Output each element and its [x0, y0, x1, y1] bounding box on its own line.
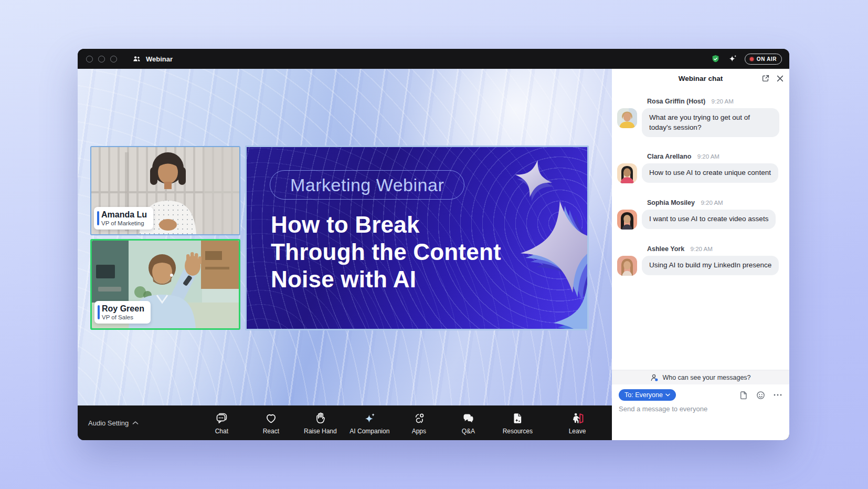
avatar-ashlee: [617, 256, 637, 276]
titlebar: Webinar ON AIR: [78, 49, 789, 69]
message-time: 9:20 AM: [712, 98, 734, 105]
message-time: 9:20 AM: [701, 200, 723, 206]
privacy-note-bar[interactable]: Who can see your messages?: [612, 370, 789, 384]
message-time: 9:20 AM: [691, 246, 713, 252]
close-icon: [776, 75, 784, 82]
window-minimize-button[interactable]: [98, 56, 105, 63]
composer-spacer: [612, 413, 789, 440]
qa-button[interactable]: Q&A: [447, 411, 489, 435]
more-icon: [774, 394, 782, 396]
recipient-label: To: Everyone: [624, 391, 663, 399]
speaker-name: Roy Green: [102, 304, 144, 314]
on-air-dot: [750, 57, 754, 61]
ai-companion-button[interactable]: AI Companion: [348, 411, 390, 435]
popout-icon: [761, 74, 770, 82]
resources-button[interactable]: Resources: [496, 411, 538, 435]
slide-title-line: How to Break: [271, 211, 501, 238]
recipient-selector[interactable]: To: Everyone: [619, 389, 676, 401]
window-zoom-button[interactable]: [110, 56, 117, 63]
audio-setting-label: Audio Setting: [88, 419, 129, 427]
chat-message-input[interactable]: [619, 405, 776, 413]
leave-button[interactable]: Leave: [556, 411, 598, 435]
toolbar-label: Chat: [215, 428, 228, 435]
attach-file-button[interactable]: [739, 391, 748, 400]
toolbar-label: Apps: [412, 428, 426, 435]
file-icon: [739, 391, 748, 400]
raise-hand-button[interactable]: Raise Hand: [299, 411, 341, 435]
leave-door-icon: [570, 411, 585, 425]
nametag-roy: Roy Green VP of Sales: [94, 301, 151, 324]
shield-check-icon[interactable]: [711, 54, 721, 64]
window-close-button[interactable]: [86, 56, 93, 63]
app-title: Webinar: [146, 55, 173, 63]
nametag-amanda: Amanda Lu VP of Marketing: [94, 207, 153, 230]
slide-badge: Marketing Webinar: [270, 170, 464, 200]
privacy-note-text: Who can see your messages?: [662, 374, 750, 381]
speaker-title: VP of Marketing: [101, 220, 147, 226]
emoji-button[interactable]: [756, 391, 765, 400]
video-tile-amanda[interactable]: Amanda Lu VP of Marketing: [90, 146, 240, 235]
privacy-person-icon: [650, 373, 659, 382]
chat-message: Clara Arellano 9:20 AM How to use AI to …: [617, 151, 784, 183]
more-options-button[interactable]: [774, 394, 782, 396]
chat-footer: Who can see your messages? To: Everyone: [612, 370, 789, 440]
slide-title: How to Break Through the Content Noise w…: [271, 211, 501, 293]
message-sender: Clara Arellano: [647, 153, 691, 160]
chevron-down-icon: [665, 393, 670, 397]
toolbar-label: Raise Hand: [304, 428, 337, 435]
webinar-chat-panel: Webinar chat: [612, 69, 789, 440]
on-air-badge: ON AIR: [745, 54, 782, 65]
slide-badge-label: Marketing Webinar: [290, 175, 444, 195]
webinar-window: Webinar ON AIR: [78, 49, 789, 440]
avatar-sophia: [617, 210, 637, 230]
message-bubble: How to use AI to create unique content: [642, 163, 778, 183]
apps-button[interactable]: Apps: [398, 411, 440, 435]
message-sender: Ashlee York: [647, 245, 684, 253]
slide-title-line: Noise with AI: [271, 266, 501, 293]
close-chat-button[interactable]: [776, 75, 784, 82]
apps-icon: [412, 411, 426, 425]
react-button[interactable]: React: [250, 411, 292, 435]
chat-button[interactable]: Chat: [200, 411, 242, 435]
chevron-up-icon: [132, 421, 139, 425]
heart-icon: [264, 411, 278, 425]
on-air-label: ON AIR: [757, 56, 777, 62]
chat-message: Rosa Griffin (Host) 9:20 AM What are you…: [617, 96, 784, 137]
ai-sparkle-icon: [363, 411, 377, 425]
avatar-rosa: [617, 108, 637, 128]
chat-message-list[interactable]: Rosa Griffin (Host) 9:20 AM What are you…: [612, 88, 789, 370]
app-title-group: Webinar: [132, 54, 173, 64]
resources-doc-icon: [511, 411, 525, 425]
toolbar-label: Q&A: [462, 428, 475, 435]
chat-bubble-icon: [215, 411, 229, 425]
qa-bubbles-icon: [461, 411, 475, 425]
raised-hand-icon: [313, 411, 327, 425]
slide-title-line: Through the Content: [271, 238, 501, 266]
video-tile-roy-active-speaker[interactable]: Roy Green VP of Sales: [90, 239, 240, 330]
audio-setting-button[interactable]: Audio Setting: [88, 419, 139, 427]
message-bubble: What are you trying to get out of today'…: [642, 108, 779, 137]
speaker-name: Amanda Lu: [101, 210, 147, 220]
message-sender: Sophia Mosiley: [647, 199, 695, 206]
shared-slide[interactable]: Marketing Webinar How to Break Through t…: [245, 145, 589, 330]
sparkle-icon[interactable]: [727, 54, 738, 64]
toolbar-label: AI Companion: [350, 428, 389, 435]
message-time: 9:20 AM: [697, 153, 719, 160]
emoji-icon: [756, 391, 765, 400]
toolbar-label: Leave: [569, 428, 586, 435]
avatar-clara: [617, 163, 637, 183]
popout-chat-button[interactable]: [761, 74, 770, 82]
chat-message: Ashlee York 9:20 AM Using AI to build my…: [617, 244, 784, 276]
meeting-toolbar: Audio Setting Chat: [78, 405, 612, 440]
chat-header-title: Webinar chat: [679, 75, 723, 82]
people-icon: [132, 54, 142, 64]
message-bubble: I want to use AI to create video assets: [642, 210, 776, 229]
toolbar-label: Resources: [503, 428, 533, 435]
speaker-title: VP of Sales: [102, 314, 144, 320]
video-stage: Amanda Lu VP of Marketing: [78, 69, 612, 405]
message-bubble: Using AI to build my LinkedIn presence: [642, 256, 779, 275]
window-controls: [86, 56, 117, 63]
toolbar-label: React: [263, 428, 279, 435]
chat-header: Webinar chat: [612, 69, 789, 88]
message-sender: Rosa Griffin (Host): [647, 98, 705, 105]
